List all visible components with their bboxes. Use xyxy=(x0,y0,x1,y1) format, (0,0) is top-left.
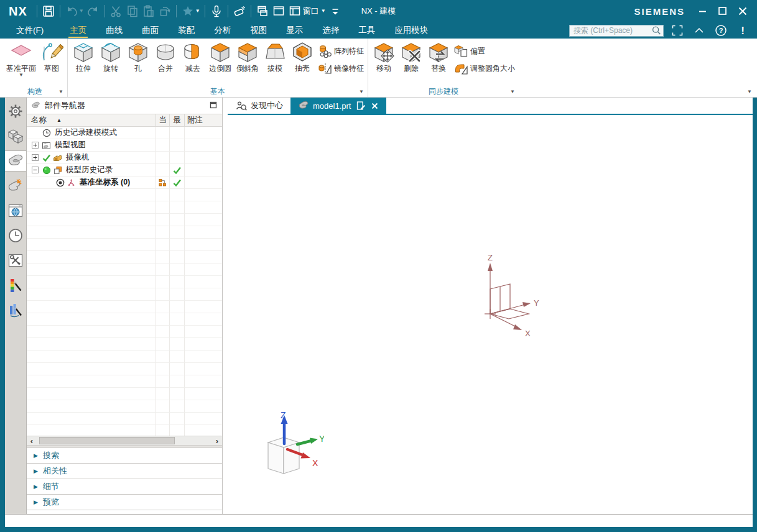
ribbon-group-label[interactable]: 同步建模▼ xyxy=(370,86,517,97)
tree-row[interactable]: 历史记录建模模式 xyxy=(27,127,222,139)
ribbon-button-拔模[interactable]: 拔模 xyxy=(261,39,289,73)
panel-maximize-icon[interactable] xyxy=(209,101,218,111)
copy-button[interactable] xyxy=(124,3,141,19)
ribbon-button-偏置[interactable]: 偏置 xyxy=(454,44,515,58)
ribbon-group-label[interactable]: 构造▼ xyxy=(4,86,65,97)
ribbon-button-旋转[interactable]: 旋转 xyxy=(97,39,124,73)
ribbon-button-阵列特征[interactable]: 阵列特征 xyxy=(318,44,364,58)
transform-button[interactable] xyxy=(157,3,173,19)
minimize-button[interactable] xyxy=(695,4,711,19)
tree-row[interactable]: 模型历史记录 xyxy=(27,164,222,177)
ribbon-button-调整圆角大小[interactable]: 调整圆角大小 xyxy=(454,62,515,75)
ribbon-button-拉伸[interactable]: 拉伸 xyxy=(70,39,97,73)
touch-mode-button[interactable] xyxy=(231,3,248,19)
check-icon[interactable] xyxy=(42,153,51,162)
ribbon-button-边倒圆[interactable]: 边倒圆 xyxy=(207,39,234,73)
navigator-section-预览[interactable]: ▶预览 xyxy=(27,495,222,510)
ribbon-button-草图[interactable]: 草图 xyxy=(38,39,65,73)
group-dialog-caret[interactable]: ▼ xyxy=(58,89,63,94)
ribbon-tab-曲线[interactable]: 曲线 xyxy=(104,24,124,38)
maximize-button[interactable] xyxy=(715,4,731,19)
cut-button[interactable] xyxy=(108,3,124,19)
window-menu-button[interactable]: 窗口▼ xyxy=(287,3,327,19)
doc-tab-model1.prt[interactable]: model1.prt xyxy=(290,98,386,114)
tree-row[interactable]: 基准坐标系 (0) xyxy=(27,177,222,189)
ribbon-tab-应用模块[interactable]: 应用模块 xyxy=(393,24,429,38)
resource-bar-visual-reports[interactable] xyxy=(5,300,26,321)
tree-expander-icon[interactable] xyxy=(32,142,39,149)
tree-row[interactable]: 模型视图 xyxy=(27,139,222,152)
search-icon[interactable] xyxy=(651,25,662,36)
column-header-name[interactable]: 名称▲ xyxy=(27,114,156,126)
doc-tab-发现中心[interactable]: 发现中心 xyxy=(228,98,290,114)
new-window-button[interactable] xyxy=(271,3,287,19)
ribbon-button-替换[interactable]: 替换 xyxy=(425,39,452,73)
ribbon-button-删除[interactable]: 删除 xyxy=(397,39,425,73)
scroll-left-arrow[interactable]: ‹ xyxy=(27,436,37,445)
command-search-box[interactable] xyxy=(569,25,664,37)
ribbon-tab-选择[interactable]: 选择 xyxy=(321,24,340,38)
tree-expander-icon[interactable] xyxy=(32,154,39,161)
ribbon-tab-曲面[interactable]: 曲面 xyxy=(141,24,160,38)
graphics-viewport[interactable]: Z Y X xyxy=(228,115,753,514)
redo-button[interactable] xyxy=(85,3,101,19)
resource-bar-assembly-navigator[interactable] xyxy=(5,126,26,147)
navigator-section-搜索[interactable]: ▶搜索 xyxy=(27,448,222,464)
ribbon-options-caret[interactable]: ▼ xyxy=(747,89,752,94)
navigator-hscrollbar[interactable]: ‹ › xyxy=(27,436,222,445)
tree-empty-row xyxy=(27,301,222,313)
search-input[interactable] xyxy=(572,25,651,35)
ribbon-tab-分析[interactable]: 分析 xyxy=(213,24,232,38)
tab-close-icon[interactable] xyxy=(371,102,379,110)
ribbon-button-合并[interactable]: 合并 xyxy=(152,39,179,73)
alert-button[interactable]: ! xyxy=(735,22,751,39)
group-dialog-caret[interactable]: ▼ xyxy=(359,89,364,94)
ribbon-tab-显示[interactable]: 显示 xyxy=(285,24,304,38)
ribbon-tab-文件(F)[interactable]: 文件(F) xyxy=(15,24,45,38)
ribbon-button-抽壳[interactable]: 抽壳 xyxy=(289,39,316,73)
fullscreen-button[interactable] xyxy=(669,22,685,39)
ribbon-button-移动[interactable]: 移动 xyxy=(370,39,397,73)
save-button[interactable] xyxy=(40,3,57,19)
resource-bar-web-browser[interactable] xyxy=(5,200,26,221)
green-dot-icon[interactable] xyxy=(42,165,51,175)
group-dialog-caret[interactable]: ▼ xyxy=(510,89,515,94)
ribbon-button-孔[interactable]: 孔 xyxy=(124,39,152,73)
microphone-button[interactable] xyxy=(208,3,225,19)
tree-expander-icon[interactable] xyxy=(32,167,39,173)
resource-bar-color-palette[interactable] xyxy=(5,275,26,296)
column-header-current[interactable]: 当 xyxy=(156,114,170,126)
navigator-section-细节[interactable]: ▶细节 xyxy=(27,479,222,495)
cascade-windows-button[interactable] xyxy=(254,3,271,19)
customize-qat-button[interactable] xyxy=(327,3,343,19)
resource-bar-part-navigator[interactable] xyxy=(5,150,26,172)
ribbon-group-label[interactable]: 基本▼ xyxy=(70,86,366,97)
close-button[interactable] xyxy=(735,4,751,19)
navigator-section-相关性[interactable]: ▶相关性 xyxy=(27,464,222,479)
eye-icon[interactable] xyxy=(55,178,65,187)
help-button[interactable]: ? xyxy=(713,22,729,39)
favorites-button[interactable]: ▼ xyxy=(180,3,202,19)
scroll-right-arrow[interactable]: › xyxy=(212,436,222,445)
undo-button[interactable]: ▼ xyxy=(63,3,85,19)
scroll-thumb[interactable] xyxy=(39,437,175,444)
navigator-column-headers[interactable]: 名称▲当最附注 xyxy=(27,114,222,127)
ribbon-button-倒斜角[interactable]: 倒斜角 xyxy=(234,39,261,73)
resource-bar-gear[interactable] xyxy=(5,101,26,122)
tree-row[interactable]: 摄像机 xyxy=(27,152,222,164)
collapse-ribbon-button[interactable] xyxy=(691,22,707,39)
paste-button[interactable] xyxy=(141,3,157,19)
resource-bar-tools-palette[interactable] xyxy=(5,250,26,271)
ribbon-tab-工具[interactable]: 工具 xyxy=(357,24,376,38)
column-header-comment[interactable]: 附注 xyxy=(185,114,222,126)
ribbon-tab-装配[interactable]: 装配 xyxy=(177,24,196,38)
column-header-latest[interactable]: 最 xyxy=(170,114,185,126)
datum-csys-triad[interactable]: Z Y X xyxy=(470,252,551,342)
ribbon-tab-视图[interactable]: 视图 xyxy=(249,24,268,38)
resource-bar-history-palette[interactable] xyxy=(5,225,26,246)
ribbon-button-基准平面[interactable]: 基准平面▼ xyxy=(4,39,38,78)
ribbon-button-减去[interactable]: 减去 xyxy=(179,39,207,73)
ribbon-tab-主页[interactable]: 主页 xyxy=(68,24,88,38)
resource-bar-constraint-navigator[interactable] xyxy=(5,175,26,196)
ribbon-button-镜像特征[interactable]: 镜像特征 xyxy=(318,62,364,75)
